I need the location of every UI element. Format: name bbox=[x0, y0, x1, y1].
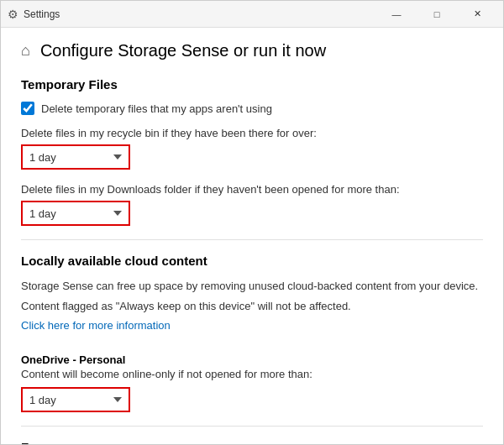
downloads-label: Delete files in my Downloads folder if t… bbox=[21, 183, 483, 196]
delete-temp-files-checkbox[interactable] bbox=[21, 102, 34, 115]
title-bar: ⚙ Settings — □ ✕ bbox=[1, 1, 503, 28]
title-bar-title: Settings bbox=[24, 8, 60, 20]
onedrive-dropdown[interactable]: Never 1 day 14 days 30 days 60 days bbox=[21, 387, 130, 412]
page-header: ⌂ Configure Storage Sense or run it now bbox=[21, 41, 483, 60]
cloud-content-title: Locally available cloud content bbox=[21, 254, 483, 268]
onedrive-title: OneDrive - Personal bbox=[21, 353, 483, 366]
section-divider-2 bbox=[21, 426, 483, 427]
onedrive-desc: Content will become online-only if not o… bbox=[21, 368, 483, 380]
recycle-bin-dropdown[interactable]: Never 1 day 14 days 30 days 60 days bbox=[21, 144, 130, 170]
temporary-files-section: Temporary Files Delete temporary files t… bbox=[21, 77, 483, 226]
recycle-bin-dropdown-wrapper: Delete files in my recycle bin if they h… bbox=[21, 127, 483, 170]
settings-app-icon: ⚙ bbox=[8, 8, 18, 21]
recycle-bin-label: Delete files in my recycle bin if they h… bbox=[21, 127, 483, 139]
temporary-files-title: Temporary Files bbox=[21, 77, 483, 92]
delete-temp-files-label: Delete temporary files that my apps aren… bbox=[41, 102, 272, 115]
downloads-dropdown-wrapper: Delete files in my Downloads folder if t… bbox=[21, 183, 483, 226]
title-bar-left: ⚙ Settings bbox=[8, 8, 60, 21]
section-divider-1 bbox=[21, 239, 483, 240]
maximize-button[interactable]: □ bbox=[417, 1, 456, 28]
cloud-info-link[interactable]: Click here for more information bbox=[21, 319, 171, 332]
page-title: Configure Storage Sense or run it now bbox=[40, 41, 326, 60]
main-content: ⌂ Configure Storage Sense or run it now … bbox=[1, 28, 503, 444]
settings-window: ⚙ Settings — □ ✕ ⌂ Configure Storage Sen… bbox=[0, 0, 504, 445]
title-bar-controls: — □ ✕ bbox=[377, 1, 496, 28]
cloud-desc-2: Content flagged as "Always keep on this … bbox=[21, 298, 483, 315]
onedrive-dropdown-wrapper: Never 1 day 14 days 30 days 60 days bbox=[21, 387, 483, 412]
free-space-title: Free up space now bbox=[21, 440, 483, 444]
cloud-content-section: Locally available cloud content Storage … bbox=[21, 254, 483, 412]
cloud-desc-1: Storage Sense can free up space by remov… bbox=[21, 278, 483, 295]
home-icon[interactable]: ⌂ bbox=[21, 42, 30, 60]
delete-temp-files-row: Delete temporary files that my apps aren… bbox=[21, 102, 483, 115]
minimize-button[interactable]: — bbox=[377, 1, 416, 28]
close-button[interactable]: ✕ bbox=[458, 1, 496, 28]
content-area: ⌂ Configure Storage Sense or run it now … bbox=[1, 28, 503, 444]
downloads-dropdown[interactable]: Never 1 day 14 days 30 days 60 days bbox=[21, 201, 130, 226]
free-space-section: Free up space now If you're low on space… bbox=[21, 440, 483, 444]
